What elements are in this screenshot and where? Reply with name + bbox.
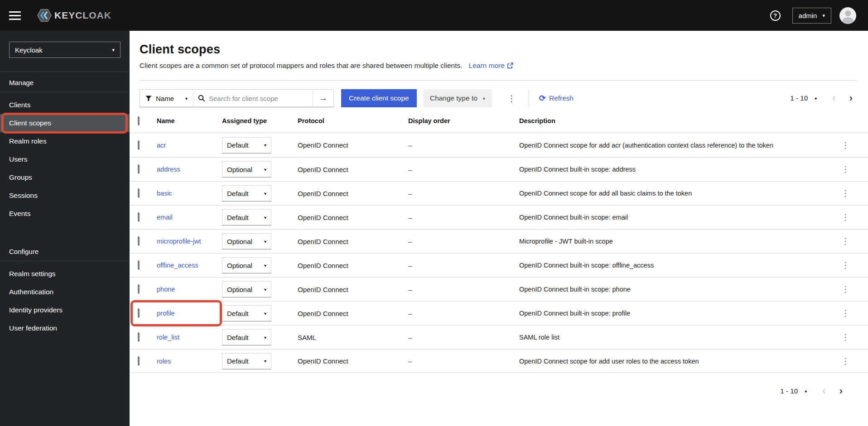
change-type-dropdown[interactable]: Change type to ▾	[423, 89, 492, 107]
chevron-down-icon: ▾	[264, 143, 266, 148]
scope-name-link[interactable]: offline_access	[157, 262, 198, 269]
nav-toggle-hamburger-icon[interactable]	[9, 11, 21, 20]
page-description: Client scopes are a common set of protoc…	[140, 62, 463, 70]
section-label-manage: Manage	[0, 72, 130, 92]
user-menu-dropdown[interactable]: admin ▾	[792, 8, 831, 24]
assigned-type-select[interactable]: Default▾	[222, 329, 271, 345]
toolbar-kebab-button[interactable]: ⋮	[505, 93, 519, 104]
assigned-type-select[interactable]: Default▾	[222, 137, 271, 153]
display-order-cell: –	[408, 310, 519, 317]
avatar[interactable]	[839, 7, 856, 24]
realm-selector[interactable]: Keycloak ▾	[9, 42, 121, 58]
assigned-type-select[interactable]: Default▾	[222, 185, 271, 201]
sidebar-item-user-federation[interactable]: User federation	[0, 319, 130, 337]
row-kebab-button[interactable]: ⋮	[838, 284, 853, 294]
learn-more-link[interactable]: Learn more	[469, 62, 513, 70]
scope-name-link[interactable]: roles	[157, 358, 171, 365]
assigned-type-select[interactable]: Optional▾	[222, 281, 271, 297]
scope-name-link[interactable]: email	[157, 214, 173, 221]
filter-type-dropdown[interactable]: Name ▾	[140, 90, 193, 107]
scope-name-link[interactable]: basic	[157, 190, 172, 197]
table-row: phone Optional▾ OpenID Connect – OpenID …	[130, 277, 868, 301]
row-kebab-button[interactable]: ⋮	[838, 164, 853, 174]
pagination-options-toggle[interactable]: ▾	[815, 96, 817, 101]
display-order-cell: –	[408, 166, 519, 173]
row-checkbox[interactable]	[138, 212, 140, 222]
sidebar-section-configure: Configure Realm settings Authentication …	[0, 241, 130, 337]
sidebar-item-clients[interactable]: Clients	[0, 96, 130, 114]
row-checkbox[interactable]	[138, 332, 140, 342]
description-cell: OpenID Connect built-in scope: offline_a…	[519, 262, 832, 269]
pagination-options-toggle[interactable]: ▾	[805, 389, 807, 394]
row-kebab-button[interactable]: ⋮	[838, 308, 853, 318]
scope-name-link[interactable]: role_list	[157, 334, 179, 341]
assigned-type-select[interactable]: Default▾	[222, 305, 271, 321]
row-checkbox[interactable]	[138, 260, 140, 270]
description-cell: OpenID Connect built-in scope: phone	[519, 286, 832, 293]
assigned-type-select[interactable]: Optional▾	[222, 233, 271, 249]
row-checkbox[interactable]	[138, 308, 140, 318]
assigned-type-select[interactable]: Default▾	[222, 353, 271, 369]
search-submit-button[interactable]: →	[313, 90, 333, 107]
refresh-button[interactable]: ⟳ Refresh	[539, 94, 574, 102]
help-icon[interactable]: ?	[770, 10, 781, 21]
sidebar-item-client-scopes[interactable]: Client scopes	[0, 114, 130, 132]
create-client-scope-button[interactable]: Create client scope	[341, 89, 417, 107]
display-order-cell: –	[408, 286, 519, 293]
scope-name-link[interactable]: address	[157, 166, 180, 173]
chevron-down-icon: ▾	[264, 167, 266, 172]
assigned-type-select[interactable]: Default▾	[222, 209, 271, 225]
row-kebab-button[interactable]: ⋮	[838, 356, 853, 366]
row-kebab-button[interactable]: ⋮	[838, 260, 853, 270]
assigned-type-select[interactable]: Optional▾	[222, 161, 271, 177]
pagination-bottom: 1 - 10 ▾ ‹ ›	[780, 386, 844, 396]
row-kebab-button[interactable]: ⋮	[838, 140, 853, 150]
row-checkbox[interactable]	[138, 188, 140, 198]
pagination-prev-button[interactable]: ‹	[820, 386, 827, 396]
sidebar-item-realm-roles[interactable]: Realm roles	[0, 132, 130, 150]
protocol-cell: OpenID Connect	[298, 214, 408, 221]
scope-name-link[interactable]: phone	[157, 286, 175, 293]
column-header-name: Name	[157, 117, 222, 124]
chevron-down-icon: ▾	[185, 96, 188, 101]
sidebar-item-realm-settings[interactable]: Realm settings	[0, 265, 130, 283]
row-checkbox[interactable]	[138, 164, 140, 174]
scope-name-link[interactable]: profile	[157, 310, 175, 317]
pagination-range: 1 - 10	[780, 388, 798, 395]
row-kebab-button[interactable]: ⋮	[838, 212, 853, 222]
protocol-cell: OpenID Connect	[298, 262, 408, 269]
table-row: email Default▾ OpenID Connect – OpenID C…	[130, 205, 868, 229]
scope-name-link[interactable]: acr	[157, 142, 166, 149]
sidebar-item-authentication[interactable]: Authentication	[0, 283, 130, 301]
row-checkbox[interactable]	[138, 236, 140, 246]
sidebar-item-identity-providers[interactable]: Identity providers	[0, 301, 130, 319]
pagination-next-button[interactable]: ›	[848, 93, 854, 103]
row-checkbox[interactable]	[138, 140, 140, 150]
protocol-cell: OpenID Connect	[298, 310, 408, 317]
sidebar-item-groups[interactable]: Groups	[0, 168, 130, 187]
sidebar-item-sessions[interactable]: Sessions	[0, 187, 130, 205]
search-input[interactable]	[209, 95, 308, 102]
sidebar-section-manage: Manage Clients Client scopes Realm roles…	[0, 72, 130, 223]
row-kebab-button[interactable]: ⋮	[838, 332, 853, 342]
pagination-prev-button[interactable]: ‹	[830, 93, 837, 103]
pagination-top: 1 - 10 ▾ ‹ ›	[790, 93, 854, 103]
sidebar-item-users[interactable]: Users	[0, 150, 130, 168]
sidebar-item-events[interactable]: Events	[0, 205, 130, 223]
page-title: Client scopes	[140, 43, 857, 57]
table-row: basic Default▾ OpenID Connect – OpenID C…	[130, 181, 868, 205]
row-checkbox[interactable]	[138, 356, 140, 366]
select-all-checkbox[interactable]	[138, 116, 140, 125]
chevron-down-icon: ▾	[112, 47, 115, 53]
row-checkbox[interactable]	[138, 284, 140, 294]
pagination-next-button[interactable]: ›	[838, 386, 844, 396]
row-kebab-button[interactable]: ⋮	[838, 236, 853, 246]
chevron-down-icon: ▾	[264, 239, 266, 244]
assigned-type-select[interactable]: Optional▾	[222, 257, 271, 273]
description-cell: OpenID Connect scope for add all basic c…	[519, 190, 832, 197]
row-kebab-button[interactable]: ⋮	[838, 188, 853, 198]
display-order-cell: –	[408, 334, 519, 341]
scope-name-link[interactable]: microprofile-jwt	[157, 238, 201, 245]
description-cell: OpenID Connect built-in scope: email	[519, 214, 832, 221]
column-header-protocol: Protocol	[298, 117, 408, 124]
